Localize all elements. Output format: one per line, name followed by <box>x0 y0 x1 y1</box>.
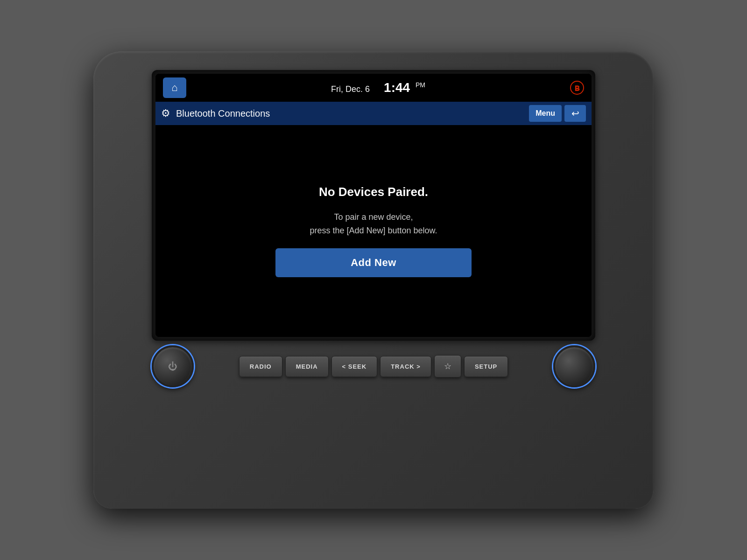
favorite-button[interactable]: ☆ <box>434 355 461 378</box>
time-display: 1:44 PM <box>384 81 425 94</box>
no-devices-subtitle: To pair a new device,press the [Add New]… <box>310 210 437 238</box>
screen: ⌂ Fri, Dec. 6 1:44 PM ʙ ⚙ Bluetooth <box>155 74 592 337</box>
no-devices-title: No Devices Paired. <box>319 185 428 199</box>
volume-knob[interactable] <box>152 345 194 387</box>
setup-button[interactable]: SETUP <box>464 356 508 377</box>
radio-button[interactable]: RADIO <box>239 356 282 377</box>
menu-button[interactable]: Menu <box>529 105 562 122</box>
header-center: Fri, Dec. 6 1:44 PM <box>331 81 425 94</box>
header-bar: ⌂ Fri, Dec. 6 1:44 PM ʙ <box>155 74 592 102</box>
add-new-button[interactable]: Add New <box>275 248 472 277</box>
seek-back-button[interactable]: < SEEK <box>331 356 378 377</box>
title-buttons: Menu ↩ <box>529 105 586 122</box>
title-left: ⚙ Bluetooth Connections <box>161 107 270 119</box>
track-forward-button[interactable]: TRACK > <box>380 356 431 377</box>
car-infotainment-unit: ⌂ Fri, Dec. 6 1:44 PM ʙ ⚙ Bluetooth <box>93 51 654 509</box>
controls-row: RADIO MEDIA < SEEK TRACK > ☆ SETUP <box>152 345 595 387</box>
ampm-display: PM <box>416 81 425 89</box>
back-button[interactable]: ↩ <box>564 105 586 122</box>
bluetooth-status-icon: ʙ <box>570 81 584 95</box>
button-group: RADIO MEDIA < SEEK TRACK > ☆ SETUP <box>239 355 508 378</box>
title-bar: ⚙ Bluetooth Connections Menu ↩ <box>155 102 592 125</box>
content-area: No Devices Paired. To pair a new device,… <box>155 125 592 337</box>
screen-bezel: ⌂ Fri, Dec. 6 1:44 PM ʙ ⚙ Bluetooth <box>152 70 595 341</box>
settings-icon: ⚙ <box>161 107 170 119</box>
home-icon: ⌂ <box>171 82 177 94</box>
page-title: Bluetooth Connections <box>176 108 270 119</box>
home-button[interactable]: ⌂ <box>163 77 186 98</box>
media-button[interactable]: MEDIA <box>285 356 329 377</box>
tuner-knob[interactable] <box>553 345 595 387</box>
date-display: Fri, Dec. 6 <box>331 84 370 94</box>
